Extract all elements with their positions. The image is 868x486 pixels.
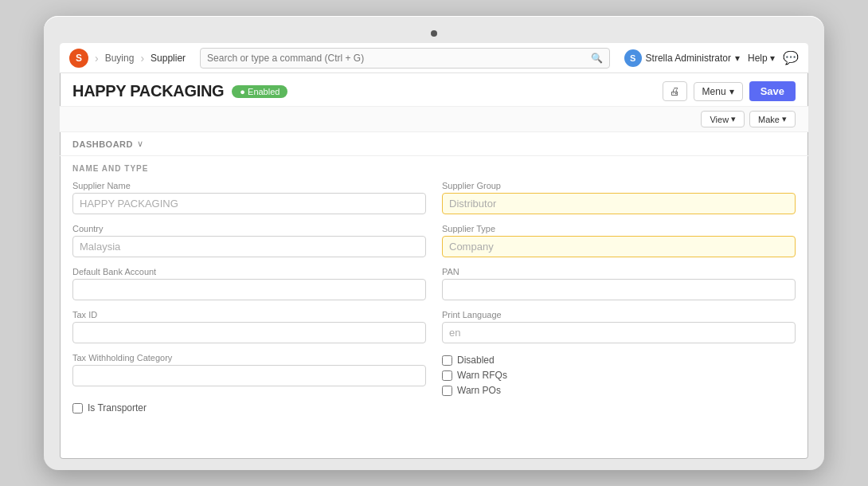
tax-withholding-label: Tax Withholding Category <box>72 353 426 363</box>
supplier-name-field: Supplier Name <box>72 181 426 214</box>
warn-rfqs-checkbox[interactable] <box>442 370 452 381</box>
chat-icon[interactable]: 💬 <box>783 50 799 65</box>
tax-id-label: Tax ID <box>72 310 426 319</box>
supplier-name-input[interactable] <box>72 193 426 214</box>
search-input[interactable] <box>207 53 591 64</box>
section-label: NAME AND TYPE <box>72 164 796 173</box>
save-button[interactable]: Save <box>749 81 796 101</box>
dashboard-toggle[interactable]: DASHBOARD ∨ <box>60 132 808 156</box>
warn-pos-checkbox[interactable] <box>442 386 452 396</box>
search-icon: 🔍 <box>591 53 603 64</box>
warn-pos-checkbox-row: Warn POs <box>442 385 796 396</box>
camera <box>431 30 437 37</box>
user-menu[interactable]: S Strella Administrator ▾ <box>624 49 740 67</box>
avatar: S <box>624 49 642 67</box>
bank-account-input[interactable] <box>72 279 426 300</box>
tax-id-field: Tax ID <box>72 310 426 343</box>
title-area: HAPPY PACKAGING ● Enabled <box>72 82 287 100</box>
country-label: Country <box>72 224 426 233</box>
form-grid: Supplier Name Supplier Group Country Sup… <box>72 181 796 396</box>
warn-rfqs-label: Warn RFQs <box>457 370 507 381</box>
breadcrumb-sep-1: › <box>95 52 99 65</box>
disabled-checkbox-row: Disabled <box>442 355 796 366</box>
print-language-field: Print Language <box>442 310 796 343</box>
form-content: NAME AND TYPE Supplier Name Supplier Gro… <box>60 156 808 459</box>
page-header: HAPPY PACKAGING ● Enabled 🖨 Menu ▾ Save <box>60 73 808 107</box>
supplier-type-field: Supplier Type <box>442 224 796 257</box>
tax-id-input[interactable] <box>72 322 426 343</box>
breadcrumb-supplier[interactable]: Supplier <box>151 53 186 64</box>
chevron-down-icon: ∨ <box>137 139 143 149</box>
supplier-group-field: Supplier Group <box>442 181 796 214</box>
user-dropdown-icon: ▾ <box>735 53 740 64</box>
country-input[interactable] <box>72 236 426 257</box>
laptop-frame: S › Buying › Supplier 🔍 S Strella Admini… <box>44 16 824 470</box>
disabled-checkbox[interactable] <box>442 355 452 366</box>
page-title: HAPPY PACKAGING <box>72 82 224 100</box>
warn-rfqs-checkbox-row: Warn RFQs <box>442 370 796 381</box>
breadcrumb-buying[interactable]: Buying <box>105 53 135 64</box>
dashboard-label: DASHBOARD <box>72 139 133 149</box>
help-menu[interactable]: Help ▾ <box>748 53 775 64</box>
user-name: Strella Administrator <box>646 53 731 64</box>
bank-account-field: Default Bank Account <box>72 267 426 300</box>
pan-input[interactable] <box>442 279 796 300</box>
breadcrumb-sep-2: › <box>140 52 144 65</box>
country-field: Country <box>72 224 426 257</box>
print-button[interactable]: 🖨 <box>663 81 687 101</box>
supplier-type-label: Supplier Type <box>442 224 796 233</box>
screen: S › Buying › Supplier 🔍 S Strella Admini… <box>60 43 808 459</box>
status-badge: ● Enabled <box>232 85 287 98</box>
page-actions: 🖨 Menu ▾ Save <box>663 81 796 101</box>
supplier-group-label: Supplier Group <box>442 181 796 190</box>
supplier-name-label: Supplier Name <box>72 181 426 190</box>
pan-label: PAN <box>442 267 796 276</box>
tax-withholding-field: Tax Withholding Category <box>72 353 426 396</box>
sub-toolbar: View ▾ Make ▾ <box>60 107 808 132</box>
make-button[interactable]: Make ▾ <box>749 111 796 127</box>
is-transporter-checkbox[interactable] <box>72 403 83 413</box>
disabled-label: Disabled <box>457 355 495 366</box>
supplier-group-input[interactable] <box>442 193 796 214</box>
supplier-type-input[interactable] <box>442 236 796 257</box>
checkboxes-column: Disabled Warn RFQs Warn POs <box>442 353 796 396</box>
topnav: S › Buying › Supplier 🔍 S Strella Admini… <box>60 43 808 73</box>
is-transporter-label: Is Transporter <box>88 402 147 413</box>
tax-withholding-input[interactable] <box>72 365 426 386</box>
pan-field: PAN <box>442 267 796 300</box>
warn-pos-label: Warn POs <box>457 385 501 396</box>
search-bar[interactable]: 🔍 <box>200 48 610 69</box>
topnav-right: S Strella Administrator ▾ Help ▾ 💬 <box>624 49 799 67</box>
app-logo[interactable]: S <box>69 49 88 68</box>
is-transporter-row: Is Transporter <box>72 402 796 413</box>
view-button[interactable]: View ▾ <box>701 111 745 127</box>
print-language-label: Print Language <box>442 310 796 319</box>
menu-button[interactable]: Menu ▾ <box>694 82 743 101</box>
bank-account-label: Default Bank Account <box>72 267 426 276</box>
print-language-input[interactable] <box>442 322 796 343</box>
